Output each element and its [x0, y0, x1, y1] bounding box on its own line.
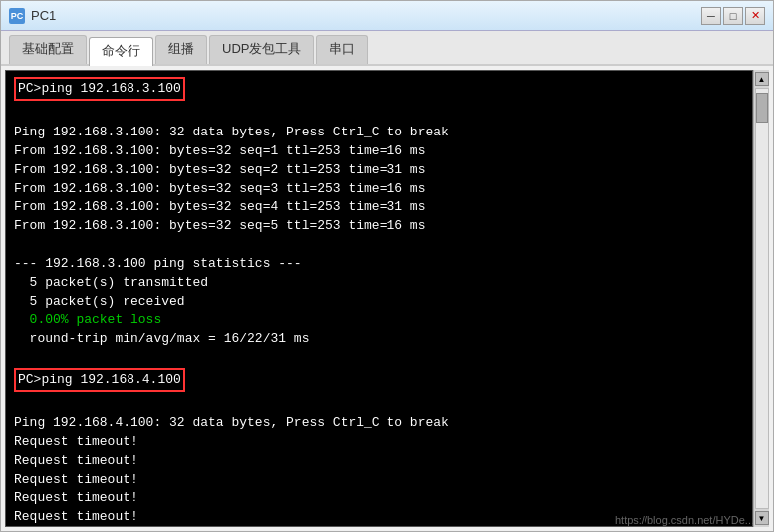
content-area: PC>ping 192.168.3.100 Ping 192.168.3.100… — [1, 66, 773, 531]
terminal-blank-line — [14, 105, 744, 124]
title-bar: PC PC1 ─ □ ✕ — [1, 1, 773, 31]
terminal-normal-line: 5 packet(s) received — [14, 293, 744, 312]
minimize-button[interactable]: ─ — [701, 7, 721, 25]
maximize-button[interactable]: □ — [723, 7, 743, 25]
terminal[interactable]: PC>ping 192.168.3.100 Ping 192.168.3.100… — [5, 70, 753, 527]
terminal-blank-line — [14, 349, 744, 368]
terminal-normal-line: From 192.168.3.100: bytes=32 seq=2 ttl=2… — [14, 161, 744, 180]
terminal-normal-line: Ping 192.168.4.100: 32 data bytes, Press… — [14, 414, 744, 433]
terminal-timeout-line: Request timeout! — [14, 489, 744, 508]
scroll-track[interactable] — [755, 88, 769, 509]
tab-command-line[interactable]: 命令行 — [89, 37, 153, 66]
main-window: PC PC1 ─ □ ✕ 基础配置 命令行 组播 UDP发包工具 串口 PC>p… — [0, 0, 774, 532]
scroll-down-button[interactable]: ▼ — [755, 511, 769, 525]
terminal-normal-line: round-trip min/avg/max = 16/22/31 ms — [14, 330, 744, 349]
command-box: PC>ping 192.168.4.100 — [14, 368, 185, 392]
terminal-packet-loss-line: 0.00% packet loss — [14, 311, 744, 330]
terminal-normal-line: From 192.168.3.100: bytes=32 seq=3 ttl=2… — [14, 180, 744, 199]
terminal-blank-line — [14, 236, 744, 255]
tab-multicast[interactable]: 组播 — [155, 35, 207, 64]
terminal-timeout-line: Request timeout! — [14, 433, 744, 452]
watermark: https://blog.csdn.net/HYDe... — [615, 514, 754, 526]
terminal-normal-line: Ping 192.168.3.100: 32 data bytes, Press… — [14, 124, 744, 142]
window-title: PC1 — [31, 8, 701, 23]
scroll-up-button[interactable]: ▲ — [755, 72, 769, 86]
terminal-command-line: PC>ping 192.168.3.100 — [14, 77, 744, 103]
terminal-normal-line: From 192.168.3.100: bytes=32 seq=1 ttl=2… — [14, 142, 744, 161]
terminal-timeout-line: Request timeout! — [14, 452, 744, 471]
tab-udp-tool[interactable]: UDP发包工具 — [209, 35, 314, 64]
tab-basic-config[interactable]: 基础配置 — [9, 35, 87, 64]
terminal-normal-line: --- 192.168.3.100 ping statistics --- — [14, 255, 744, 274]
terminal-normal-line: From 192.168.3.100: bytes=32 seq=4 ttl=2… — [14, 198, 744, 217]
title-buttons: ─ □ ✕ — [701, 7, 765, 25]
window-icon: PC — [9, 8, 25, 24]
terminal-timeout-line: Request timeout! — [14, 471, 744, 490]
terminal-normal-line: From 192.168.3.100: bytes=32 seq=5 ttl=2… — [14, 217, 744, 236]
terminal-command-line: PC>ping 192.168.4.100 — [14, 368, 744, 394]
command-box: PC>ping 192.168.3.100 — [14, 77, 185, 101]
scroll-thumb[interactable] — [756, 93, 768, 123]
close-button[interactable]: ✕ — [745, 7, 765, 25]
tab-bar: 基础配置 命令行 组播 UDP发包工具 串口 — [1, 31, 773, 66]
terminal-blank-line — [14, 396, 744, 414]
tab-serial[interactable]: 串口 — [316, 35, 368, 64]
terminal-normal-line: 5 packet(s) transmitted — [14, 274, 744, 293]
scrollbar[interactable]: ▲ ▼ — [753, 70, 769, 527]
